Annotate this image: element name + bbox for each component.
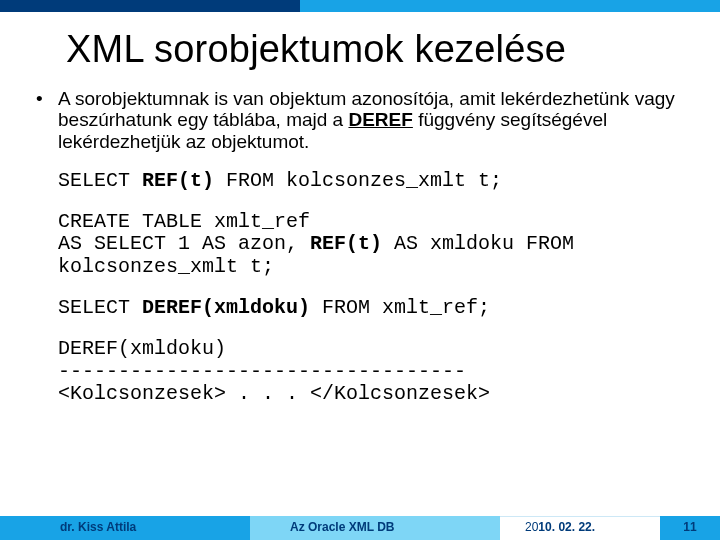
bullet-text: A sorobjektumnak is van objektum azonosí…: [58, 88, 686, 152]
footer-page-number: 11: [680, 520, 700, 534]
footer-date: 2010. 02. 22.: [525, 520, 595, 534]
footer-title: Az Oracle XML DB: [290, 520, 394, 534]
footer-date-prefix: 20: [525, 520, 538, 534]
bullet-item: • A sorobjektumnak is van objektum azono…: [36, 88, 686, 152]
code3-pre: SELECT: [58, 296, 142, 319]
code2-line2-post: AS xmldoku FROM: [382, 232, 574, 255]
header-band-light: [300, 0, 720, 12]
code-block-2: CREATE TABLE xmlt_ref AS SELECT 1 AS azo…: [58, 211, 686, 279]
code2-line1: CREATE TABLE xmlt_ref: [58, 210, 310, 233]
code3-post: FROM xmlt_ref;: [310, 296, 490, 319]
code4-line2: ----------------------------------: [58, 360, 466, 383]
footer-author: dr. Kiss Attila: [60, 520, 136, 534]
bullet-deref: DEREF: [348, 109, 412, 130]
code-block-3: SELECT DEREF(xmldoku) FROM xmlt_ref;: [58, 297, 686, 320]
slide-body: • A sorobjektumnak is van objektum azono…: [36, 88, 686, 406]
header-band-dark: [0, 0, 300, 12]
code4-line1: DEREF(xmldoku): [58, 337, 226, 360]
footer-date-rest: 10. 02. 22.: [538, 520, 595, 534]
slide: XML sorobjektumok kezelése • A sorobjekt…: [0, 0, 720, 540]
code2-line3: kolcsonzes_xmlt t;: [58, 255, 274, 278]
code4-line3: <Kolcsonzesek> . . . </Kolcsonzesek>: [58, 382, 490, 405]
code2-line2-bold: REF(t): [310, 232, 382, 255]
bullet-marker: •: [36, 88, 58, 152]
code2-line2-pre: AS SELECT 1 AS azon,: [58, 232, 310, 255]
footer: dr. Kiss Attila Az Oracle XML DB 2010. 0…: [0, 516, 720, 540]
code3-bold: DEREF(xmldoku): [142, 296, 310, 319]
slide-title: XML sorobjektumok kezelése: [66, 28, 566, 71]
code1-pre: SELECT: [58, 169, 142, 192]
code-block-1: SELECT REF(t) FROM kolcsonzes_xmlt t;: [58, 170, 686, 193]
code1-bold: REF(t): [142, 169, 214, 192]
code1-post: FROM kolcsonzes_xmlt t;: [214, 169, 502, 192]
code-block-4: DEREF(xmldoku) -------------------------…: [58, 338, 686, 406]
